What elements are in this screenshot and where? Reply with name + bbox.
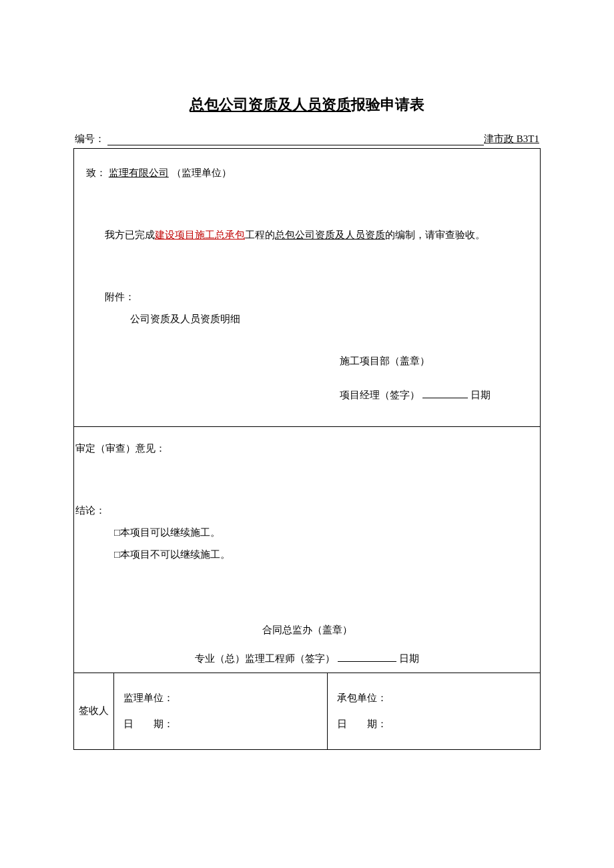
contractor-unit: 承包单位： — [337, 685, 531, 711]
sig-pm-blank — [422, 388, 468, 398]
mid-sig-blank — [338, 652, 396, 662]
section-middle: 审定（审查）意见： 结论： □本项目可以继续施工。 □本项目不可以继续施工。 合… — [74, 427, 540, 673]
mid-sig-engineer-line: 专业（总）监理工程师（签字） 日期 — [74, 648, 540, 670]
form-outer-box: 致： 监理有限公司 （监理单位） 我方已完成建设项目施工总承包工程的总包公司资质… — [73, 148, 541, 750]
title-rest: 报验申请表 — [351, 96, 424, 113]
supervisor-unit: 监理单位： — [123, 685, 318, 711]
body-project: 建设项目施工总承包 — [155, 230, 245, 240]
meta-row: 编号： 津市政 B3T1 — [73, 131, 541, 147]
contractor-date: 日期： — [337, 711, 531, 737]
conclusion-opt2: □本项目不可以继续施工。 — [74, 544, 540, 566]
bottom-col-supervisor: 监理单位： 日期： — [114, 673, 327, 749]
body-suffix: 的编制，请审查验收。 — [385, 230, 485, 240]
attachment-item: 公司资质及人员资质明细 — [86, 308, 528, 330]
section-bottom: 签收人 监理单位： 日期： 承包单位： 日期： — [74, 673, 540, 749]
number-label: 编号： — [75, 131, 105, 147]
mid-sig-date: 日期 — [399, 653, 419, 664]
doc-code: 津市政 B3T1 — [484, 131, 539, 147]
to-label: 致： — [86, 167, 106, 178]
sig-pm-date: 日期 — [471, 390, 491, 400]
sig-dept: 施工项目部（盖章） — [340, 350, 528, 372]
opinion-label: 审定（审查）意见： — [74, 438, 540, 460]
to-suffix: （监理单位） — [172, 167, 232, 178]
sig-pm-line: 项目经理（签字） 日期 — [340, 384, 528, 406]
attachment-label: 附件： — [86, 286, 528, 308]
sig-pm-prefix: 项目经理（签字） — [340, 390, 420, 400]
body-line: 我方已完成建设项目施工总承包工程的总包公司资质及人员资质的编制，请审查验收。 — [86, 224, 528, 246]
supervisor-date: 日期： — [123, 711, 318, 737]
section-upper: 致： 监理有限公司 （监理单位） 我方已完成建设项目施工总承包工程的总包公司资质… — [74, 149, 540, 427]
to-company: 监理有限公司 — [109, 167, 169, 178]
upper-signature-block: 施工项目部（盖章） 项目经理（签字） 日期 — [86, 330, 528, 406]
body-prefix: 我方已完成 — [105, 230, 155, 240]
mid-sig-office: 合同总监办（盖章） — [74, 619, 540, 641]
conclusion-opt1: □本项目可以继续施工。 — [74, 522, 540, 544]
bottom-row-label: 签收人 — [74, 673, 114, 749]
to-line: 致： 监理有限公司 （监理单位） — [86, 162, 528, 184]
form-title: 总包公司资质及人员资质报验申请表 — [73, 93, 541, 115]
body-mid: 工程的 — [245, 230, 275, 240]
title-underline: 总包公司资质及人员资质 — [190, 96, 351, 113]
body-subject: 总包公司资质及人员资质 — [275, 230, 385, 240]
number-blank-line — [107, 131, 484, 145]
bottom-col-contractor: 承包单位： 日期： — [327, 673, 541, 749]
conclusion-label: 结论： — [74, 500, 540, 522]
mid-sig-engineer-prefix: 专业（总）监理工程师（签字） — [195, 653, 335, 664]
